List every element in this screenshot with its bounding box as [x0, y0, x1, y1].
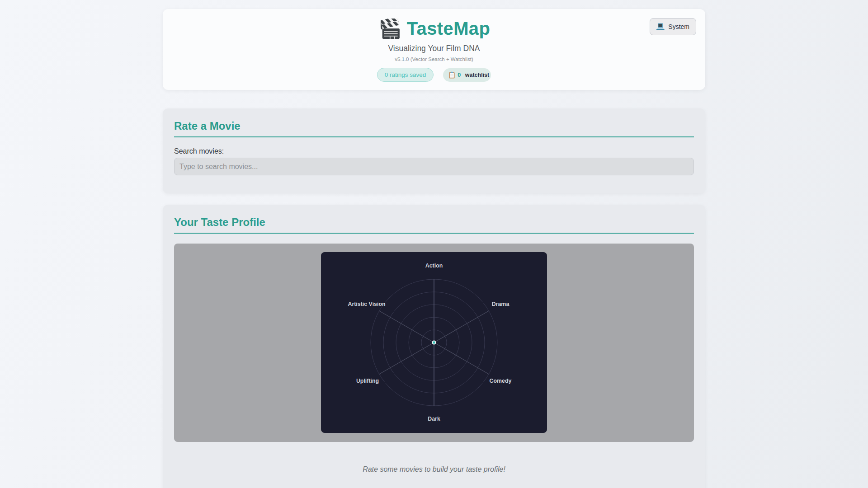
svg-text:Comedy: Comedy — [490, 378, 512, 384]
svg-text:Uplifting: Uplifting — [356, 378, 379, 384]
svg-text:Dark: Dark — [428, 416, 440, 422]
svg-text:Drama: Drama — [492, 301, 509, 307]
svg-text:Artistic Vision: Artistic Vision — [348, 301, 385, 307]
svg-text:Action: Action — [425, 263, 443, 269]
